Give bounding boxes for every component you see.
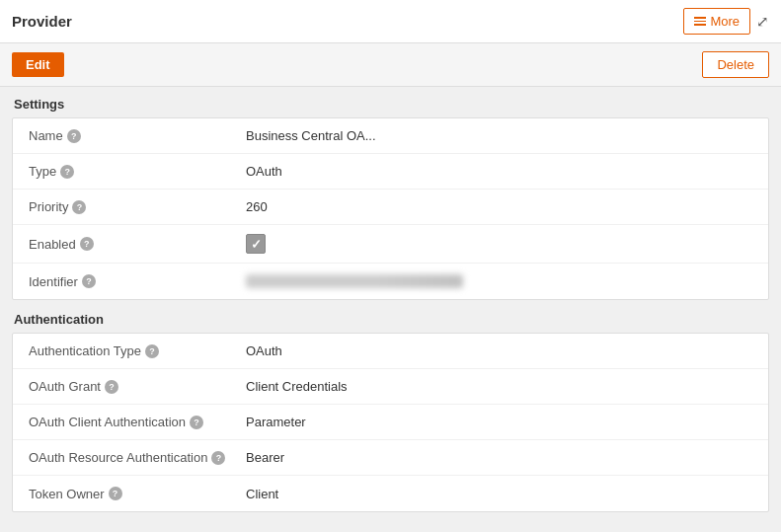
field-value: Business Central OA... xyxy=(246,128,752,143)
section-authentication: AuthenticationAuthentication Type?OAuthO… xyxy=(12,312,769,512)
field-value xyxy=(246,274,463,288)
field-value: OAuth xyxy=(246,343,752,358)
more-label: More xyxy=(710,14,740,29)
field-label-text: Token Owner xyxy=(29,487,105,501)
field-label: Authentication Type? xyxy=(29,343,246,358)
help-icon[interactable]: ? xyxy=(105,380,118,394)
more-button[interactable]: More xyxy=(683,8,750,35)
hamburger-icon xyxy=(694,17,706,26)
field-label: Identifier? xyxy=(29,274,246,289)
help-icon[interactable]: ? xyxy=(72,200,86,214)
field-label-text: Enabled xyxy=(29,237,76,252)
field-row: Authentication Type?OAuth xyxy=(13,334,768,369)
section-title-settings: Settings xyxy=(12,97,769,112)
field-label-text: Name xyxy=(29,128,63,143)
field-label: OAuth Grant? xyxy=(29,379,246,394)
field-value: Client xyxy=(246,487,752,501)
section-title-authentication: Authentication xyxy=(12,312,769,327)
field-row: Token Owner?Client xyxy=(13,476,768,511)
field-row: Priority?260 xyxy=(13,190,768,225)
field-row: Type?OAuth xyxy=(13,154,768,190)
toolbar: Edit Delete xyxy=(0,43,781,87)
field-label-text: Type xyxy=(29,164,56,179)
field-label: OAuth Client Authentication? xyxy=(29,415,246,429)
field-label-text: OAuth Client Authentication xyxy=(29,415,186,429)
field-value: Client Credentials xyxy=(246,379,752,394)
field-row: OAuth Client Authentication?Parameter xyxy=(13,405,768,440)
delete-button[interactable]: Delete xyxy=(702,51,769,78)
help-icon[interactable]: ? xyxy=(60,165,74,179)
header-actions: More ⤢ xyxy=(683,8,769,35)
help-icon[interactable]: ? xyxy=(82,274,96,288)
section-settings: SettingsName?Business Central OA...Type?… xyxy=(12,97,769,300)
help-icon[interactable]: ? xyxy=(190,416,203,429)
field-label: Priority? xyxy=(29,199,246,214)
field-value: OAuth xyxy=(246,164,752,179)
field-value: Parameter xyxy=(246,415,752,429)
field-label: Token Owner? xyxy=(29,487,246,501)
header: Provider More ⤢ xyxy=(0,0,781,43)
page-container: Provider More ⤢ Edit Delete SettingsName… xyxy=(0,0,781,532)
edit-button[interactable]: Edit xyxy=(12,52,64,77)
help-icon[interactable]: ? xyxy=(67,129,81,143)
help-icon[interactable]: ? xyxy=(145,344,159,358)
help-icon[interactable]: ? xyxy=(80,237,94,251)
section-card-authentication: Authentication Type?OAuthOAuth Grant?Cli… xyxy=(12,333,769,512)
field-label-text: OAuth Resource Authentication xyxy=(29,450,207,465)
field-label: Type? xyxy=(29,164,246,179)
field-label-text: Priority xyxy=(29,199,68,214)
field-value: 260 xyxy=(246,199,752,214)
checkmark-icon: ✓ xyxy=(251,237,262,252)
page-title: Provider xyxy=(12,13,72,30)
field-row: OAuth Grant?Client Credentials xyxy=(13,369,768,405)
field-row: Identifier? xyxy=(13,264,768,299)
field-label-text: OAuth Grant xyxy=(29,379,101,394)
field-label: Name? xyxy=(29,128,246,143)
help-icon[interactable]: ? xyxy=(109,487,122,500)
field-label: OAuth Resource Authentication? xyxy=(29,450,246,465)
field-label: Enabled? xyxy=(29,237,246,252)
field-value: ✓ xyxy=(246,234,752,254)
field-row: Name?Business Central OA... xyxy=(13,118,768,154)
help-icon[interactable]: ? xyxy=(211,451,225,465)
expand-icon[interactable]: ⤢ xyxy=(756,13,769,31)
checkbox-display: ✓ xyxy=(246,234,266,254)
main-content: SettingsName?Business Central OA...Type?… xyxy=(0,87,781,532)
field-label-text: Authentication Type xyxy=(29,343,141,358)
field-row: Enabled?✓ xyxy=(13,225,768,264)
field-label-text: Identifier xyxy=(29,274,78,289)
field-row: OAuth Resource Authentication?Bearer xyxy=(13,440,768,476)
field-value: Bearer xyxy=(246,450,752,465)
section-card-settings: Name?Business Central OA...Type?OAuthPri… xyxy=(12,117,769,300)
